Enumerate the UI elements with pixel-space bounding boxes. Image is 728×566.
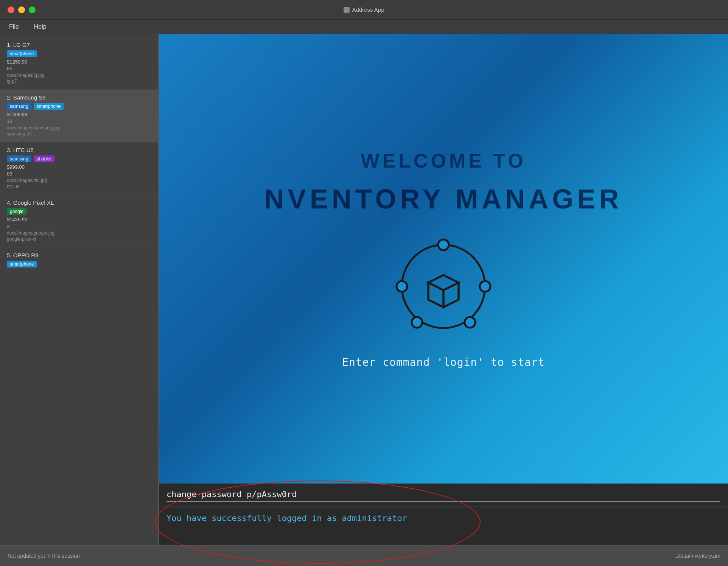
item-qty: 12 — [7, 118, 151, 124]
svg-point-2 — [480, 281, 490, 292]
tag: smartphone — [7, 261, 37, 267]
tag: samsung — [7, 103, 31, 110]
app-title-text: Address App — [352, 6, 384, 13]
item-tags: samsung smartphone — [7, 103, 151, 110]
item-price: $999.00 — [7, 164, 151, 170]
svg-point-1 — [438, 239, 449, 250]
item-qty: 85 — [7, 66, 151, 72]
welcome-subtitle: WELCOME TO — [361, 149, 526, 172]
main-area: 1. LG G7 smartphone $1250.90 85 docs/ima… — [0, 34, 728, 545]
close-button[interactable] — [8, 6, 14, 13]
output-text: You have successfully logged in as admin… — [166, 513, 407, 523]
item-title: 5. OPPO R8 — [7, 252, 151, 258]
tag: phablet — [34, 155, 54, 162]
svg-marker-9 — [443, 283, 459, 307]
command-input-row — [159, 484, 728, 507]
welcome-command-text: Enter command 'login' to start — [342, 356, 545, 369]
list-item[interactable]: 1. LG G7 smartphone $1250.90 85 docs/ima… — [0, 37, 158, 90]
item-slug: lg-g7 — [7, 79, 151, 84]
item-slug: htc-u8 — [7, 184, 151, 189]
svg-point-5 — [397, 281, 407, 292]
tag: smartphone — [7, 50, 37, 57]
item-slug: google-pixel-xl — [7, 236, 151, 242]
titlebar: Address App — [0, 0, 728, 20]
item-qty: 3 — [7, 224, 151, 229]
item-path: docs/images/lg.jpg — [7, 73, 151, 78]
item-slug: samsung-s9 — [7, 131, 151, 137]
item-tags: smartphone — [7, 50, 151, 57]
item-title: 4. Google Pixel XL — [7, 199, 151, 206]
item-path: docs/images/samsung.jpg — [7, 125, 151, 131]
minimize-button[interactable] — [18, 6, 25, 13]
maximize-button[interactable] — [29, 6, 36, 13]
item-price: $1435.90 — [7, 217, 151, 222]
status-right: ../data/inventory.am — [674, 553, 720, 559]
svg-marker-7 — [428, 275, 459, 290]
item-tags: smartphone — [7, 261, 151, 267]
menu-file[interactable]: File — [6, 22, 22, 32]
inventory-icon — [387, 230, 500, 345]
item-tags: samsung phablet — [7, 155, 151, 162]
item-price: $1250.90 — [7, 59, 151, 65]
list-item[interactable]: 5. OPPO R8 smartphone — [0, 247, 158, 275]
app-name: NVENTORY MANAGER — [264, 183, 623, 215]
svg-point-3 — [465, 317, 475, 328]
menubar: File Help — [0, 20, 728, 34]
content-area: WELCOME TO NVENTORY MANAGER — [159, 34, 728, 545]
item-title: 2. Samsung S9 — [7, 94, 151, 101]
item-path: docs/images/htc.jpg — [7, 178, 151, 183]
terminal-area: You have successfully logged in as admin… — [159, 484, 728, 545]
command-input[interactable] — [166, 488, 720, 502]
status-left: Not updated yet in this session — [8, 553, 80, 559]
window-controls — [8, 6, 36, 13]
svg-marker-8 — [428, 283, 443, 307]
list-item[interactable]: 4. Google Pixel XL google $1435.90 3 doc… — [0, 195, 158, 247]
sidebar: 1. LG G7 smartphone $1250.90 85 docs/ima… — [0, 34, 159, 545]
svg-point-4 — [412, 317, 422, 328]
menu-help[interactable]: Help — [31, 22, 50, 32]
item-tags: google — [7, 208, 151, 215]
tag: samsung — [7, 155, 31, 162]
item-title: 1. LG G7 — [7, 42, 151, 48]
list-item[interactable]: 2. Samsung S9 samsung smartphone $1499.9… — [0, 90, 158, 142]
svg-point-0 — [402, 245, 485, 328]
item-qty: 88 — [7, 171, 151, 177]
tag: smartphone — [34, 103, 64, 110]
item-path: docs/images/google.jpg — [7, 230, 151, 236]
app-icon — [344, 7, 350, 13]
output-row: You have successfully logged in as admin… — [159, 507, 728, 545]
statusbar: Not updated yet in this session ../data/… — [0, 545, 728, 566]
titlebar-title: Address App — [344, 6, 384, 13]
item-title: 3. HTC U8 — [7, 147, 151, 153]
list-item[interactable]: 3. HTC U8 samsung phablet $999.00 88 doc… — [0, 142, 158, 195]
item-price: $1499.99 — [7, 112, 151, 117]
welcome-banner: WELCOME TO NVENTORY MANAGER — [159, 34, 728, 484]
tag: google — [7, 208, 26, 215]
